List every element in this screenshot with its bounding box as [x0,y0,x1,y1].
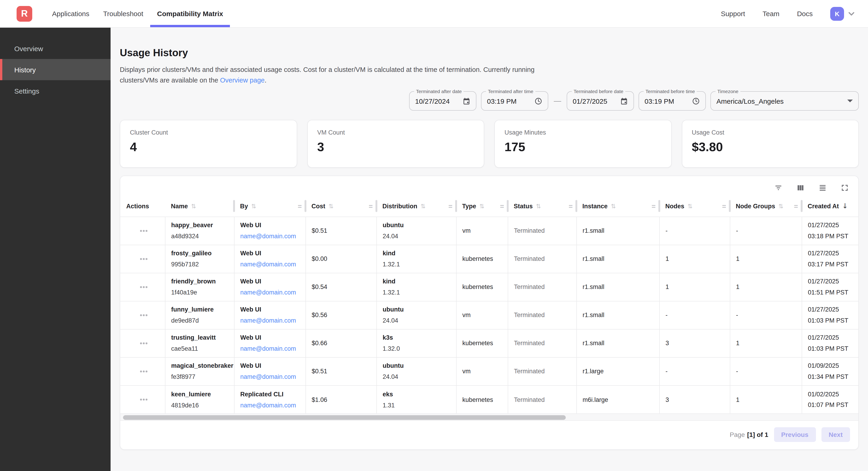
by-cell: Web UIname@domain.com [234,273,306,301]
user-email-link[interactable]: name@domain.com [240,261,302,268]
filter-icon[interactable] [774,183,783,193]
user-email-link[interactable]: name@domain.com [240,289,302,296]
created-time: 01:03 PM PST [808,315,855,326]
replicated-logo[interactable]: R [17,6,32,22]
column-drag-handle[interactable]: = [448,202,453,210]
column-header-name[interactable]: Name⇅ [165,196,234,217]
distribution-cell: ubuntu24.04 [376,217,456,245]
horizontal-scrollbar[interactable] [120,414,858,421]
sort-icon[interactable]: ⇅ [329,203,334,209]
cost-cell: $0.00 [306,245,376,273]
link-docs[interactable]: Docs [797,10,813,18]
calendar-icon[interactable] [615,97,628,105]
column-header-node-groups[interactable]: Node Groups⇅= [730,196,802,217]
table-row: frosty_galileo995b7182Web UIname@domain.… [120,245,858,273]
timezone-select[interactable]: Timezone America/Los_Angeles [710,91,859,111]
tab-applications[interactable]: Applications [45,0,96,27]
created-at-cell: 01/09/202501:34 PM PST [802,357,858,385]
column-header-distribution[interactable]: Distribution⇅= [376,196,456,217]
link-support[interactable]: Support [721,10,745,18]
column-header-status[interactable]: Status⇅= [508,196,576,217]
column-drag-handle[interactable]: = [500,202,504,210]
column-drag-handle[interactable]: = [298,202,302,210]
sort-icon[interactable]: ⇅ [688,203,693,209]
terminated-after-time-field[interactable]: Terminated after time 03:19 PM [481,91,548,111]
avatar[interactable]: K [830,7,844,21]
calendar-icon[interactable] [457,97,470,105]
column-drag-handle[interactable]: = [568,202,573,210]
row-actions-button[interactable] [137,340,150,347]
user-menu[interactable]: K [830,7,855,21]
sort-icon[interactable]: ⇅ [611,203,616,209]
user-email-link[interactable]: name@domain.com [240,402,302,409]
column-header-by[interactable]: By⇅= [234,196,306,217]
dot [146,371,147,372]
row-actions-button[interactable] [137,368,150,375]
column-header-cost[interactable]: Cost⇅= [306,196,376,217]
density-icon[interactable] [818,183,827,193]
dot [143,399,145,401]
distribution-cell: ubuntu24.04 [376,301,456,329]
row-actions-button[interactable] [137,227,150,234]
chevron-down-icon[interactable] [848,10,855,17]
previous-page-button[interactable]: Previous [774,428,816,442]
terminated-before-date-field[interactable]: Terminated before date 01/27/2025 [567,91,634,111]
fullscreen-icon[interactable] [840,183,849,193]
user-email-link[interactable]: name@domain.com [240,233,302,240]
show-hide-columns-icon[interactable] [796,183,805,193]
clock-icon[interactable] [529,97,542,105]
row-actions-button[interactable] [137,284,150,291]
cost-cell: $1.06 [306,385,376,414]
distribution-version: 1.32.1 [383,261,452,268]
created-time: 03:17 PM PST [808,259,855,270]
sort-icon[interactable]: ⇅ [251,203,256,209]
tab-compatibility-matrix[interactable]: Compatibility Matrix [150,0,230,27]
column-header-created-at[interactable]: Created At↓ [802,196,858,217]
table-toolbar [120,176,858,196]
row-actions-button[interactable] [137,312,150,319]
column-header-type[interactable]: Type⇅= [456,196,508,217]
actions-cell [120,301,165,329]
dot [140,314,142,316]
tab-troubleshoot[interactable]: Troubleshoot [96,0,150,27]
created-date: 01/27/2025 [808,304,855,315]
column-drag-handle[interactable]: = [651,202,656,210]
sort-desc-icon[interactable]: ↓ [842,202,848,210]
scrollbar-thumb[interactable] [123,415,566,420]
terminated-after-date-field[interactable]: Terminated after date 10/27/2024 [409,91,476,111]
sort-icon[interactable]: ⇅ [479,203,485,209]
column-label: Nodes [665,203,684,209]
usage-history-table: ActionsName⇅By⇅=Cost⇅=Distribution⇅=Type… [120,196,858,414]
next-page-button[interactable]: Next [821,428,850,442]
user-email-link[interactable]: name@domain.com [240,317,302,324]
terminated-before-time-field[interactable]: Terminated before time 03:19 PM [639,91,706,111]
page-value: [1] of 1 [747,431,768,439]
nodes-cell: - [659,357,730,385]
dot [140,230,142,232]
row-actions-button[interactable] [137,255,150,262]
sidebar-item-settings[interactable]: Settings [0,80,111,101]
clock-icon[interactable] [686,97,700,105]
sort-icon[interactable]: ⇅ [778,203,783,209]
row-actions-button[interactable] [137,396,150,403]
link-team[interactable]: Team [763,10,779,18]
column-header-instance[interactable]: Instance⇅= [576,196,659,217]
sort-icon[interactable]: ⇅ [421,203,426,209]
sort-icon[interactable]: ⇅ [536,203,541,209]
column-drag-handle[interactable]: = [722,202,726,210]
tab-label: Applications [52,10,89,18]
distribution-version: 1.32.0 [383,346,452,352]
name-cell: magical_stonebrakerfe3f8977 [165,357,234,385]
overview-page-link[interactable]: Overview page [220,77,265,84]
user-email-link[interactable]: name@domain.com [240,346,302,352]
column-drag-handle[interactable]: = [794,202,798,210]
created-date: 01/27/2025 [808,276,855,287]
user-email-link[interactable]: name@domain.com [240,374,302,380]
sidebar-item-history[interactable]: History [0,59,111,80]
column-header-nodes[interactable]: Nodes⇅= [659,196,730,217]
sidebar: Overview History Settings [0,28,111,471]
sidebar-item-overview[interactable]: Overview [0,38,111,59]
column-drag-handle[interactable]: = [369,202,373,210]
sort-icon[interactable]: ⇅ [191,203,196,209]
type-cell: kubernetes [456,273,508,301]
